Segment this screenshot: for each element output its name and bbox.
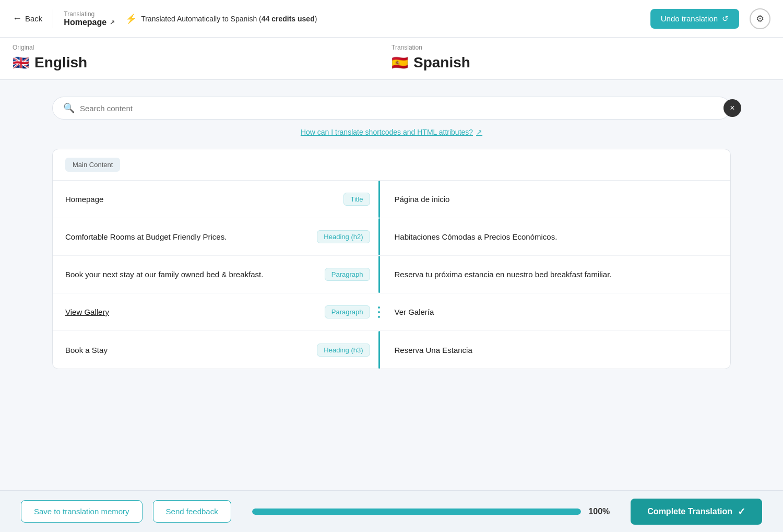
complete-label: Complete Translation — [647, 507, 732, 516]
page-name[interactable]: Homepage ↗ — [64, 18, 115, 27]
save-label: Save to translation memory — [34, 507, 129, 516]
source-text: Book a Stay — [65, 346, 108, 354]
translation-status: ⚡ Translated Automatically to Spanish (4… — [125, 13, 640, 25]
target-language-block: Translation 🇪🇸 Spanish — [392, 44, 770, 71]
clear-icon: × — [730, 103, 734, 113]
dot — [378, 316, 380, 318]
help-external-icon: ↗ — [476, 128, 482, 136]
clear-search-button[interactable]: × — [723, 99, 741, 117]
tag-badge: Title — [343, 193, 370, 206]
target-col: Ver Galería — [382, 299, 718, 325]
undo-icon: ↺ — [722, 14, 729, 23]
solid-divider — [378, 256, 380, 293]
language-bar: Original 🇬🇧 English Translation 🇪🇸 Spani… — [0, 38, 783, 80]
send-feedback-button[interactable]: Send feedback — [153, 500, 231, 523]
solid-divider — [378, 331, 380, 369]
table-row: Book your next stay at our family owned … — [53, 256, 730, 293]
back-button[interactable]: ← Back — [13, 13, 42, 24]
table-row: Comfortable Rooms at Budget Friendly Pri… — [53, 218, 730, 256]
content-card: Main Content Homepage Title Página de in… — [52, 149, 731, 369]
dot — [378, 306, 380, 309]
source-language-name: 🇬🇧 English — [13, 54, 392, 71]
progress-bar-background — [252, 509, 582, 515]
back-arrow-icon: ← — [13, 13, 22, 24]
target-col: Página de inicio — [382, 186, 718, 212]
translation-text: Reserva tu próxima estancia en nuestro b… — [395, 270, 612, 279]
search-wrapper: 🔍 — [52, 97, 731, 120]
checkmark-icon: ✓ — [738, 506, 745, 517]
tag-badge: Paragraph — [325, 305, 370, 318]
footer: Save to translation memory Send feedback… — [0, 490, 783, 532]
progress-section: 100% — [252, 507, 610, 516]
lightning-icon: ⚡ — [125, 13, 137, 25]
dot — [378, 311, 380, 313]
app-header: ← Back Translating Homepage ↗ ⚡ Translat… — [0, 0, 783, 38]
search-input[interactable] — [80, 104, 720, 113]
source-text: View Gallery — [65, 308, 109, 316]
target-col: Habitaciones Cómodas a Precios Económico… — [382, 224, 718, 250]
row-divider — [378, 256, 380, 293]
translation-text: Página de inicio — [395, 195, 450, 204]
table-row: Homepage Title Página de inicio — [53, 181, 730, 218]
source-col: View Gallery Paragraph — [65, 297, 376, 327]
row-divider — [378, 218, 380, 255]
header-divider — [53, 9, 53, 28]
translating-block: Translating Homepage ↗ — [64, 10, 115, 27]
target-language-name: 🇪🇸 Spanish — [392, 54, 770, 71]
search-icon: 🔍 — [63, 102, 75, 114]
table-row: Book a Stay Heading (h3) Reserva Una Est… — [53, 331, 730, 369]
source-flag: 🇬🇧 — [13, 55, 29, 71]
help-link[interactable]: How can I translate shortcodes and HTML … — [52, 128, 731, 136]
source-col: Homepage Title — [65, 184, 376, 214]
main-area: 🔍 × How can I translate shortcodes and H… — [0, 80, 783, 435]
source-text: Homepage — [65, 195, 103, 204]
source-language-block: Original 🇬🇧 English — [13, 44, 392, 71]
row-divider — [378, 331, 380, 369]
source-text: Comfortable Rooms at Budget Friendly Pri… — [65, 232, 227, 241]
tag-badge: Paragraph — [325, 268, 370, 281]
row-divider — [378, 181, 380, 218]
external-link-icon: ↗ — [110, 19, 115, 26]
search-container: 🔍 × — [52, 97, 731, 120]
source-text: Book your next stay at our family owned … — [65, 270, 263, 279]
undo-label: Undo translation — [661, 14, 718, 23]
tag-badge: Heading (h3) — [317, 344, 370, 357]
progress-percentage: 100% — [588, 507, 610, 516]
target-col: Reserva Una Estancia — [382, 337, 718, 363]
translation-label: Translation — [392, 44, 770, 51]
solid-divider — [378, 181, 380, 218]
table-row: View Gallery Paragraph Ver Galería — [53, 293, 730, 331]
progress-bar-fill — [252, 509, 582, 515]
row-divider — [378, 293, 380, 330]
translation-text: Reserva Una Estancia — [395, 346, 472, 354]
dotted-divider — [378, 293, 380, 330]
back-label: Back — [25, 14, 42, 23]
gear-icon: ⚙ — [756, 13, 764, 25]
save-to-memory-button[interactable]: Save to translation memory — [21, 500, 143, 523]
settings-button[interactable]: ⚙ — [750, 8, 770, 29]
undo-translation-button[interactable]: Undo translation ↺ — [650, 9, 739, 29]
target-flag: 🇪🇸 — [392, 55, 408, 71]
translation-text: Ver Galería — [395, 308, 434, 316]
feedback-label: Send feedback — [166, 507, 218, 516]
translating-label: Translating — [64, 10, 115, 18]
source-col: Book a Stay Heading (h3) — [65, 335, 376, 365]
source-col: Book your next stay at our family owned … — [65, 259, 376, 289]
original-label: Original — [13, 44, 392, 51]
section-header: Main Content — [53, 149, 730, 181]
section-badge: Main Content — [65, 158, 120, 172]
translation-text: Habitaciones Cómodas a Precios Económico… — [395, 232, 557, 241]
status-text: Translated Automatically to Spanish (44 … — [141, 15, 317, 23]
source-col: Comfortable Rooms at Budget Friendly Pri… — [65, 222, 376, 252]
solid-divider — [378, 218, 380, 255]
complete-translation-button[interactable]: Complete Translation ✓ — [631, 499, 762, 525]
tag-badge: Heading (h2) — [317, 230, 370, 243]
target-col: Reserva tu próxima estancia en nuestro b… — [382, 262, 718, 287]
